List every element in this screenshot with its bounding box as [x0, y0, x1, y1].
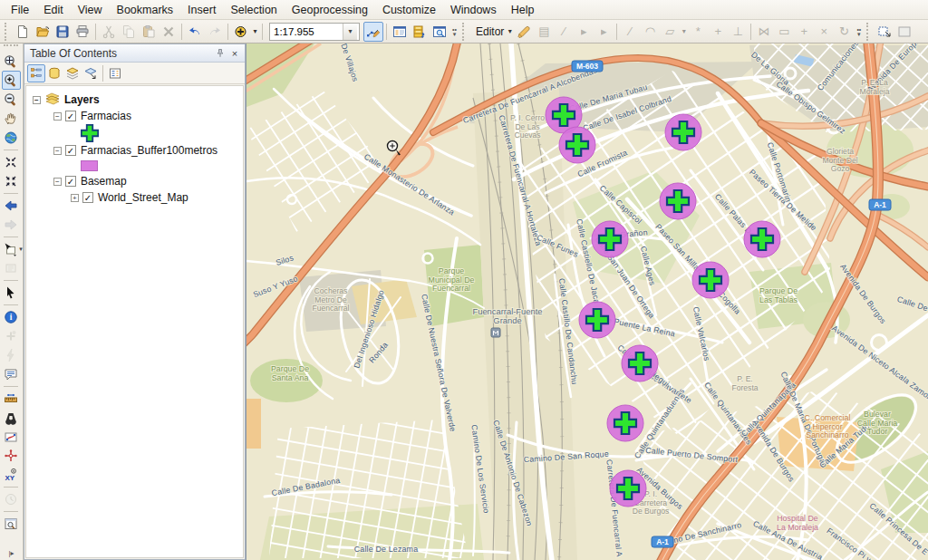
- scale-combo[interactable]: ▾: [269, 23, 360, 41]
- full-extent-icon[interactable]: [2, 128, 21, 147]
- select-box-icon[interactable]: [875, 22, 894, 42]
- editor-menu-button[interactable]: Editor: [470, 24, 506, 40]
- layer-label[interactable]: Layers: [64, 93, 100, 106]
- select-features-group[interactable]: ▾: [0, 239, 23, 258]
- list-by-source-icon[interactable]: [45, 64, 63, 82]
- pharmacy-buffer-marker[interactable]: [607, 405, 643, 441]
- add-data-icon[interactable]: [231, 22, 251, 42]
- layer-checkbox[interactable]: ✓: [65, 176, 76, 187]
- layer-checkbox[interactable]: ✓: [82, 192, 93, 203]
- toolbar-grip[interactable]: [5, 23, 10, 41]
- pharmacy-buffer-marker[interactable]: [559, 127, 595, 163]
- find-route-icon[interactable]: [2, 427, 21, 446]
- close-icon[interactable]: ×: [227, 46, 242, 61]
- pharmacy-buffer-marker[interactable]: [622, 345, 658, 381]
- layer-label[interactable]: Farmacias: [81, 110, 131, 122]
- open-folder-icon[interactable]: [33, 22, 53, 42]
- collapse-icon[interactable]: −: [53, 178, 62, 186]
- toolbar-separator: [614, 23, 620, 41]
- partial-cut-icon[interactable]: [894, 22, 914, 42]
- menu-bookmarks[interactable]: Bookmarks: [110, 1, 181, 19]
- identify-icon[interactable]: i: [2, 307, 21, 326]
- fixed-zoom-in-icon[interactable]: [2, 152, 21, 171]
- new-document-icon[interactable]: [13, 22, 33, 42]
- junction-icon[interactable]: [2, 446, 21, 465]
- back-extent-icon[interactable]: [2, 196, 21, 215]
- toolbar-overflow[interactable]: ••▾: [450, 22, 459, 42]
- toolbar-grip[interactable]: [866, 23, 872, 41]
- svg-text:i: i: [10, 313, 13, 322]
- pharmacy-buffer-marker[interactable]: [744, 221, 780, 257]
- go-to-xy-icon[interactable]: XY: [2, 465, 21, 484]
- map-viewport[interactable]: Carretera De Fuencarral A AlcobendasCall…: [246, 43, 928, 560]
- map-canvas[interactable]: Carretera De Fuencarral A AlcobendasCall…: [246, 43, 928, 560]
- pharmacy-buffer-marker[interactable]: [692, 262, 729, 298]
- list-by-visibility-icon[interactable]: [63, 64, 82, 82]
- pharmacy-buffer-marker[interactable]: [665, 114, 701, 150]
- edit-vertices-icon[interactable]: [363, 22, 383, 42]
- dropdown-arrow-icon[interactable]: ▾: [680, 22, 688, 42]
- layer-label[interactable]: Farmacias_Buffer100metros: [81, 144, 218, 157]
- list-by-selection-icon[interactable]: [82, 64, 100, 82]
- cut-icon: [99, 22, 119, 42]
- toc-layer-layers: −Layers: [26, 92, 243, 108]
- menu-file[interactable]: File: [4, 1, 36, 19]
- zoom-out-icon[interactable]: [2, 90, 21, 109]
- pharmacy-buffer-marker[interactable]: [579, 302, 615, 338]
- reshape-tool-icon: ▭: [774, 22, 794, 42]
- save-icon[interactable]: [53, 22, 72, 42]
- menu-selection[interactable]: Selection: [223, 1, 284, 19]
- scale-input[interactable]: [270, 26, 343, 37]
- fixed-zoom-out-icon[interactable]: [2, 171, 21, 190]
- pan-icon[interactable]: [2, 109, 21, 128]
- toolbar-grip[interactable]: [4, 44, 18, 50]
- area-label: CocherasMetro DeFuencarral: [312, 286, 349, 313]
- toolbar-overflow[interactable]: ••▾: [854, 22, 864, 42]
- continuous-zoom-icon[interactable]: [2, 52, 21, 71]
- dropdown-arrow-icon[interactable]: ▾: [251, 27, 259, 35]
- measure-icon[interactable]: [2, 389, 21, 408]
- viewer-window-icon[interactable]: [2, 514, 21, 533]
- menu-windows[interactable]: Windows: [443, 1, 504, 19]
- collapse-icon[interactable]: −: [33, 96, 41, 104]
- clip-tool-icon: ⋈: [754, 22, 774, 42]
- dropdown-arrow-icon[interactable]: ▾: [19, 246, 23, 253]
- dropdown-arrow-icon[interactable]: ▾: [506, 27, 514, 35]
- toolbar-overflow[interactable]: |▸: [8, 549, 14, 560]
- list-by-drawing-order-icon[interactable]: [27, 64, 45, 82]
- toolbar-grip[interactable]: [462, 23, 468, 41]
- menu-view[interactable]: View: [71, 1, 110, 19]
- menu-customize[interactable]: Customize: [375, 1, 443, 19]
- editor-pencil-icon[interactable]: [514, 22, 534, 42]
- layer-label[interactable]: World_Street_Map: [98, 191, 188, 204]
- catalog-icon[interactable]: [410, 22, 430, 42]
- html-popup-icon[interactable]: [2, 364, 21, 383]
- undo-icon[interactable]: [185, 22, 205, 42]
- pin-icon[interactable]: [213, 46, 227, 61]
- print-icon[interactable]: [72, 22, 92, 42]
- find-icon[interactable]: [2, 408, 21, 427]
- menu-edit[interactable]: Edit: [36, 1, 71, 19]
- expand-icon[interactable]: +: [71, 194, 79, 202]
- pharmacy-buffer-marker[interactable]: [592, 221, 628, 257]
- menu-help[interactable]: Help: [504, 1, 542, 19]
- zoom-in-icon[interactable]: [2, 71, 21, 90]
- pharmacy-buffer-marker[interactable]: [610, 470, 646, 507]
- layer-checkbox[interactable]: ✓: [65, 111, 76, 121]
- options-icon[interactable]: [106, 64, 124, 82]
- search-window-icon[interactable]: [430, 22, 450, 42]
- road-shield: A-1: [869, 199, 891, 210]
- select-elements-icon[interactable]: [2, 283, 21, 302]
- toc-window-icon[interactable]: [390, 22, 410, 42]
- collapse-icon[interactable]: −: [53, 147, 62, 155]
- select-features-icon[interactable]: [0, 239, 19, 258]
- layer-label[interactable]: Basemap: [81, 175, 127, 188]
- toc-layer-basemap: −✓Basemap: [26, 173, 243, 189]
- menu-geoprocessing[interactable]: Geoprocessing: [285, 1, 375, 19]
- pharmacy-buffer-marker[interactable]: [660, 183, 696, 219]
- scale-dropdown-icon[interactable]: ▾: [343, 24, 357, 40]
- layer-checkbox[interactable]: ✓: [65, 145, 76, 156]
- menu-insert[interactable]: Insert: [180, 1, 223, 19]
- park-label: Parque DeSanta Ana: [271, 364, 309, 382]
- collapse-icon[interactable]: −: [53, 112, 62, 121]
